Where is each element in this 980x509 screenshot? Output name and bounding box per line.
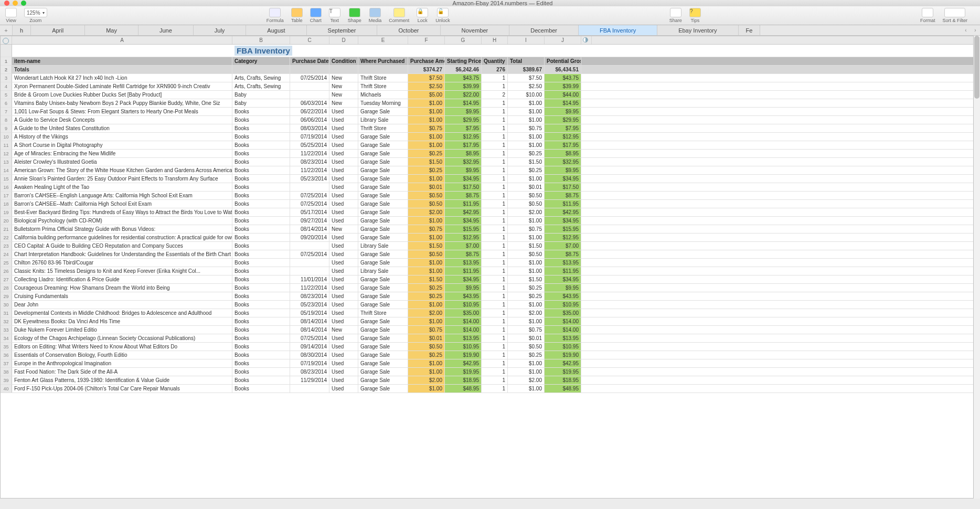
row-num[interactable]: 3 <box>1 74 12 82</box>
cell-gross[interactable]: $13.95 <box>545 259 581 267</box>
cell-category[interactable]: Books <box>232 158 290 166</box>
zoom-value[interactable]: 125% <box>24 8 47 17</box>
cell-item[interactable]: Biological Psychology (with CD-ROM) <box>12 217 232 225</box>
row-num[interactable]: 40 <box>1 385 12 393</box>
cell-date[interactable]: 07/25/2014 <box>290 74 329 82</box>
cell-qty[interactable]: 1 <box>482 351 508 359</box>
cell-date[interactable]: 11/22/2014 <box>290 166 329 174</box>
row-num[interactable]: 26 <box>1 267 12 275</box>
cell-item[interactable]: Xyron Permanent Double-Sided Laminate Re… <box>12 82 232 90</box>
hdr-date[interactable]: Purchase Date <box>290 57 329 65</box>
cell-condition[interactable]: Used <box>329 133 358 141</box>
row-num[interactable]: 15 <box>1 175 12 183</box>
cell-total[interactable]: $1.00 <box>508 175 545 183</box>
row-num[interactable]: 35 <box>1 343 12 351</box>
row-num[interactable]: 19 <box>1 208 12 216</box>
cell-category[interactable]: Books <box>232 225 290 233</box>
cell-total[interactable]: $1.00 <box>508 133 545 141</box>
cell-total[interactable]: $1.50 <box>508 242 545 250</box>
tab-may[interactable]: May <box>85 25 139 35</box>
table-button[interactable]: Table <box>291 8 303 23</box>
cell-date[interactable]: 08/14/2014 <box>290 326 329 334</box>
cell-gross[interactable]: $18.95 <box>545 376 581 384</box>
cell-category[interactable]: Books <box>232 334 290 342</box>
cell-starting[interactable]: $8.75 <box>445 192 482 199</box>
shape-button[interactable]: Shape <box>348 8 361 23</box>
cell-starting[interactable]: $48.95 <box>445 385 482 393</box>
cell-condition[interactable]: Used <box>329 385 358 393</box>
cell-amount[interactable]: $0.75 <box>408 225 445 233</box>
col-end-handle[interactable] <box>581 36 592 44</box>
cell-total[interactable]: $0.25 <box>508 166 545 174</box>
tab-july[interactable]: July <box>194 25 247 35</box>
lock-button[interactable]: 🔒Lock <box>417 8 428 23</box>
hdr-starting[interactable]: Starting Price <box>445 57 482 65</box>
cell-starting[interactable]: $15.95 <box>445 225 482 233</box>
cell-amount[interactable]: $2.00 <box>408 376 445 384</box>
cell-category[interactable]: Books <box>232 217 290 225</box>
cell-amount[interactable]: $1.00 <box>408 99 445 107</box>
add-sheet-button[interactable]: + <box>0 25 13 35</box>
cell-starting[interactable]: $34.95 <box>445 175 482 183</box>
cell-where[interactable]: Garage Sale <box>358 343 408 351</box>
cell-amount[interactable]: $0.50 <box>408 200 445 208</box>
cell-gross[interactable]: $11.95 <box>545 200 581 208</box>
cell-total[interactable]: $1.00 <box>508 385 545 393</box>
cell-amount[interactable]: $1.50 <box>408 242 445 250</box>
cell-condition[interactable]: Used <box>329 242 358 250</box>
row-num[interactable]: 12 <box>1 150 12 157</box>
cell-starting[interactable]: $29.95 <box>445 116 482 124</box>
cell-gross[interactable]: $44.00 <box>545 91 581 99</box>
cell-amount[interactable]: $1.00 <box>408 301 445 309</box>
row-num[interactable]: 1 <box>1 57 12 65</box>
cell-qty[interactable]: 1 <box>482 259 508 267</box>
cell-qty[interactable]: 1 <box>482 225 508 233</box>
hdr-qty[interactable]: Quantity <box>482 57 508 65</box>
cell-date[interactable]: 07/25/2014 <box>290 250 329 258</box>
cell-category[interactable]: Books <box>232 200 290 208</box>
col-G[interactable]: G <box>445 36 482 44</box>
cell-amount[interactable]: $0.50 <box>408 192 445 199</box>
cell-condition[interactable]: Used <box>329 343 358 351</box>
cell-qty[interactable]: 1 <box>482 376 508 384</box>
cell-total[interactable]: $0.75 <box>508 225 545 233</box>
tab-october[interactable]: October <box>377 25 440 35</box>
cell-gross[interactable]: $42.95 <box>545 208 581 216</box>
cell-where[interactable]: Garage Sale <box>358 133 408 141</box>
cell-category[interactable]: Books <box>232 309 290 317</box>
cell-qty[interactable]: 1 <box>482 150 508 157</box>
row-num[interactable]: 38 <box>1 368 12 376</box>
cell-total[interactable]: $0.50 <box>508 343 545 351</box>
cell-amount[interactable]: $0.75 <box>408 326 445 334</box>
cell-item[interactable]: CEO Capital: A Guide to Building CEO Rep… <box>12 242 232 250</box>
cell-date[interactable] <box>290 183 329 191</box>
cell-gross[interactable]: $14.00 <box>545 326 581 334</box>
cell-category[interactable]: Books <box>232 259 290 267</box>
cell-total[interactable]: $1.00 <box>508 259 545 267</box>
cell-date[interactable]: 08/23/2014 <box>290 158 329 166</box>
cell-amount[interactable]: $2.00 <box>408 309 445 317</box>
cell-item[interactable]: Age of Miracles: Embracing the New Midli… <box>12 150 232 157</box>
cell-category[interactable]: Books <box>232 192 290 199</box>
cell-condition[interactable]: Used <box>329 267 358 275</box>
cell-category[interactable]: Books <box>232 108 290 115</box>
col-C[interactable]: C <box>290 36 329 44</box>
cell-item[interactable]: Collecting Lladro: Identification & Pric… <box>12 275 232 283</box>
cell-starting[interactable]: $14.00 <box>445 317 482 325</box>
cell-condition[interactable]: Used <box>329 208 358 216</box>
cell-starting[interactable]: $12.95 <box>445 234 482 241</box>
hdr-where[interactable]: Where Purchased <box>358 57 408 65</box>
cell-date[interactable]: 07/25/2014 <box>290 192 329 199</box>
hdr-item[interactable]: item-name <box>12 57 232 65</box>
cell-amount[interactable]: $1.00 <box>408 133 445 141</box>
cell-item[interactable]: Barron's CAHSEE--English Language Arts: … <box>12 192 232 199</box>
cell-gross[interactable]: $19.90 <box>545 351 581 359</box>
cell-qty[interactable]: 1 <box>482 359 508 367</box>
cell-condition[interactable]: Used <box>329 301 358 309</box>
cell-category[interactable]: Books <box>232 359 290 367</box>
cell-item[interactable]: Developmental Contexts in Middle Childho… <box>12 309 232 317</box>
cell-condition[interactable]: Used <box>329 334 358 342</box>
cell-qty[interactable]: 1 <box>482 74 508 82</box>
cell-amount[interactable]: $0.25 <box>408 284 445 292</box>
cell-date[interactable]: 08/03/2014 <box>290 124 329 132</box>
